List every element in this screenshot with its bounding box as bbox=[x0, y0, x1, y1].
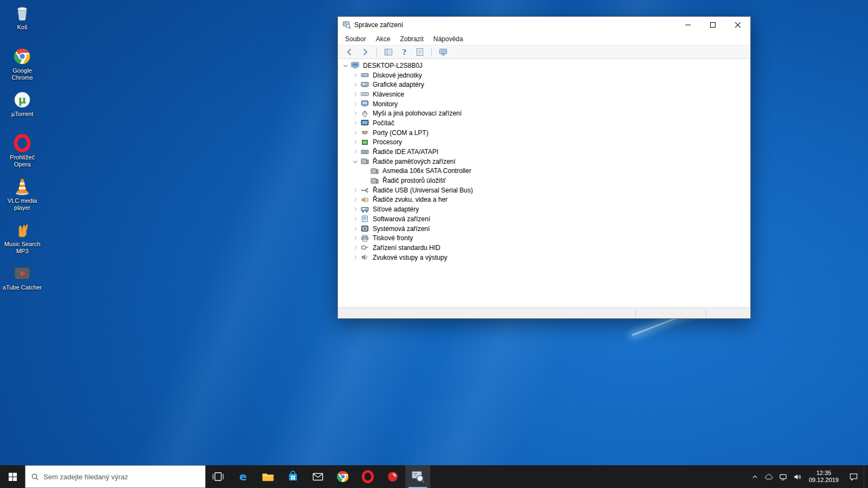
chevron-right-icon[interactable] bbox=[351, 253, 360, 262]
taskbar-search[interactable] bbox=[25, 465, 206, 488]
disk-drive-icon bbox=[361, 72, 369, 79]
chevron-right-icon[interactable] bbox=[351, 129, 360, 137]
show-desktop-button[interactable] bbox=[864, 465, 867, 488]
tree-item[interactable]: Asmedia 106x SATA Controller bbox=[338, 166, 750, 176]
task-view-taskbar-button[interactable] bbox=[206, 465, 231, 488]
tree-item[interactable]: Procesory bbox=[338, 138, 750, 147]
device-manager-taskbar-button[interactable] bbox=[405, 465, 430, 488]
recycle-bin-icon bbox=[12, 3, 32, 23]
tree-item-label: Počítač bbox=[371, 119, 396, 127]
console-tree-icon[interactable] bbox=[382, 46, 394, 58]
chevron-right-icon[interactable] bbox=[351, 205, 360, 214]
edge-taskbar-button[interactable]: e bbox=[231, 465, 256, 488]
tree-item-label: Tiskové fronty bbox=[371, 234, 414, 242]
store-taskbar-button[interactable] bbox=[280, 465, 305, 488]
tree-item[interactable]: Síťové adaptéry bbox=[338, 204, 750, 214]
storage-controller-icon bbox=[361, 158, 369, 165]
file-explorer-taskbar-button[interactable] bbox=[256, 465, 280, 488]
chevron-right-icon[interactable] bbox=[351, 80, 360, 89]
back-icon[interactable] bbox=[343, 46, 355, 58]
tree-item[interactable]: Porty (COM a LPT) bbox=[338, 128, 750, 138]
desktop-icon-chrome[interactable]: Google Chrome bbox=[1, 47, 43, 87]
maximize-button[interactable] bbox=[700, 17, 725, 33]
close-button[interactable] bbox=[725, 17, 750, 33]
task-view-icon bbox=[211, 470, 225, 484]
tree-item[interactable]: Myši a jiná polohovací zařízení bbox=[338, 108, 750, 118]
chevron-right-icon[interactable] bbox=[351, 234, 360, 242]
volume-icon[interactable] bbox=[790, 465, 805, 488]
chevron-right-icon[interactable] bbox=[351, 100, 360, 108]
chevron-right-icon[interactable] bbox=[351, 71, 360, 80]
opera-taskbar-button[interactable] bbox=[355, 465, 380, 488]
menu-item-napoveda[interactable]: Nápověda bbox=[429, 34, 468, 44]
tree-item[interactable]: DESKTOP-L2S8B0J bbox=[338, 61, 750, 70]
chevron-right-icon[interactable] bbox=[351, 243, 360, 252]
taskbar-clock[interactable]: 12:35 09.12.2019 bbox=[805, 465, 843, 488]
desktop-icon-recycle-bin[interactable]: Koš bbox=[1, 3, 43, 43]
tree-item[interactable]: Počítač bbox=[338, 118, 750, 128]
expander-spacer bbox=[361, 176, 369, 185]
desktop-icon-label: Google Chrome bbox=[2, 67, 42, 81]
tree-item[interactable]: Zvukové vstupy a výstupy bbox=[338, 253, 750, 262]
onedrive-icon[interactable] bbox=[762, 465, 776, 488]
tree-item[interactable]: Diskové jednotky bbox=[338, 70, 750, 80]
red-app-taskbar-button[interactable] bbox=[380, 465, 405, 488]
tree-item[interactable]: Tiskové fronty bbox=[338, 233, 750, 243]
chevron-right-icon[interactable] bbox=[351, 138, 360, 146]
chrome-taskbar-button[interactable] bbox=[330, 465, 355, 488]
tree-item[interactable]: Řadič prostorů úložišť bbox=[338, 176, 750, 185]
minimize-button[interactable] bbox=[675, 17, 700, 33]
help-icon[interactable]: ? bbox=[398, 46, 410, 58]
chevron-down-icon[interactable] bbox=[341, 61, 350, 70]
tree-item[interactable]: Systémová zařízení bbox=[338, 224, 750, 234]
desktop-icon-atube[interactable]: aTube Catcher bbox=[1, 264, 43, 304]
tree-item-label: Myši a jiná polohovací zařízení bbox=[371, 109, 463, 118]
start-button[interactable] bbox=[0, 465, 25, 488]
menu-item-soubor[interactable]: Soubor bbox=[340, 34, 371, 44]
mail-taskbar-button[interactable] bbox=[305, 465, 330, 488]
desktop-icon-label: Music Search MP3 bbox=[2, 241, 42, 255]
chevron-right-icon[interactable] bbox=[351, 186, 360, 195]
chevron-right-icon[interactable] bbox=[351, 90, 360, 99]
tree-item[interactable]: Řadiče paměťových zařízení bbox=[338, 157, 750, 166]
search-input[interactable] bbox=[43, 473, 205, 481]
chevron-right-icon[interactable] bbox=[351, 224, 360, 233]
tree-item[interactable]: Softwarová zařízení bbox=[338, 214, 750, 224]
chevron-up-icon[interactable] bbox=[748, 465, 762, 488]
atube-icon bbox=[12, 264, 32, 283]
chevron-right-icon[interactable] bbox=[351, 119, 360, 127]
forward-icon[interactable] bbox=[359, 46, 371, 58]
desktop-icon-opera[interactable]: Prohlížeč Opera bbox=[1, 133, 43, 174]
tree-item[interactable]: Monitory bbox=[338, 99, 750, 109]
network-icon[interactable] bbox=[776, 465, 790, 488]
chevron-right-icon[interactable] bbox=[351, 195, 360, 204]
properties-icon[interactable] bbox=[414, 46, 426, 58]
desktop-icons: KošGoogle ChromeµµTorrentProhlížeč Opera… bbox=[1, 3, 43, 307]
tree-item[interactable]: Grafické adaptéry bbox=[338, 80, 750, 89]
menu-item-akce[interactable]: Akce bbox=[371, 34, 395, 44]
display-adapter-icon bbox=[361, 81, 369, 88]
scan-hardware-icon[interactable] bbox=[437, 46, 449, 58]
device-manager-icon bbox=[411, 470, 425, 484]
ports-icon bbox=[361, 129, 369, 136]
tree-item[interactable]: Klávesnice bbox=[338, 89, 750, 99]
tree-item[interactable]: Řadiče IDE ATA/ATAPI bbox=[338, 147, 750, 157]
menu-item-zobrazit[interactable]: Zobrazit bbox=[395, 34, 428, 44]
toolbar-separator bbox=[376, 48, 377, 57]
clock-time: 12:35 bbox=[809, 470, 839, 477]
window-titlebar[interactable]: Správce zařízení bbox=[338, 17, 750, 33]
status-bar bbox=[338, 307, 750, 318]
action-center-button[interactable] bbox=[843, 465, 864, 488]
chevron-right-icon[interactable] bbox=[351, 215, 360, 223]
chevron-right-icon[interactable] bbox=[351, 109, 360, 118]
desktop-icon-vlc[interactable]: VLC media player bbox=[1, 177, 43, 217]
desktop-icon-utorrent[interactable]: µµTorrent bbox=[1, 90, 43, 130]
chevron-right-icon[interactable] bbox=[351, 147, 360, 156]
chevron-down-icon[interactable] bbox=[351, 157, 360, 166]
desktop-icon-label: µTorrent bbox=[11, 111, 34, 118]
tree-item[interactable]: Řadiče USB (Universal Serial Bus) bbox=[338, 185, 750, 195]
tree-item[interactable]: Řadiče zvuku, videa a her bbox=[338, 195, 750, 205]
desktop-icon-music-search[interactable]: Music Search MP3 bbox=[1, 220, 43, 260]
file-explorer-icon bbox=[261, 470, 275, 484]
tree-item[interactable]: Zařízení standardu HID bbox=[338, 243, 750, 253]
